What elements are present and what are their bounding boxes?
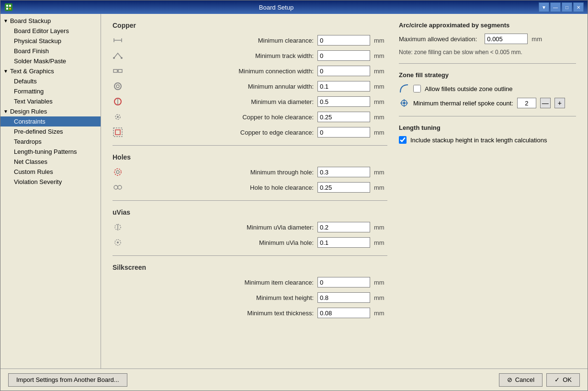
min-track-input[interactable]: [317, 50, 370, 61]
field-row-min-track: Minimum track width: mm: [113, 50, 387, 61]
svg-point-23: [114, 185, 118, 189]
sidebar-item-label: Defaults: [14, 78, 37, 85]
thermal-spoke-label: Minimum thermal relief spoke count:: [413, 100, 513, 107]
right-panel: Arc/circle approximated by segments Maxi…: [399, 22, 576, 323]
footer-right-buttons: ⊘ Cancel ✓ OK: [499, 373, 580, 387]
include-stackup-checkbox[interactable]: [399, 136, 407, 144]
min-via-input[interactable]: [317, 96, 370, 107]
max-deviation-row: Maximum allowed deviation: mm: [399, 34, 576, 44]
sidebar-item-board-finish[interactable]: Board Finish: [0, 46, 101, 56]
sidebar-item-custom-rules[interactable]: Custom Rules: [0, 167, 101, 177]
silkscreen-section-title: Silkscreen: [113, 264, 387, 271]
import-settings-button[interactable]: Import Settings from Another Board...: [8, 373, 127, 387]
sidebar-item-text-graphics[interactable]: ▼ Text & Graphics: [0, 66, 101, 76]
silk-text-height-input[interactable]: [317, 292, 370, 303]
sidebar-item-design-rules[interactable]: ▼ Design Rules: [0, 106, 101, 116]
sidebar-item-length-tuning-patterns[interactable]: Length-tuning Patterns: [0, 147, 101, 157]
min-uvia-hole-input[interactable]: [317, 237, 370, 248]
silk-text-height-unit: mm: [374, 294, 387, 301]
hole-hole-input[interactable]: [317, 182, 370, 193]
annular-icon: [113, 81, 123, 92]
sidebar-item-label: Board Stackup: [10, 17, 51, 24]
chevron-icon: ▼: [3, 109, 8, 114]
copper-hole-label: Copper to hole clearance:: [127, 114, 314, 121]
sidebar-item-label: Text & Graphics: [10, 68, 54, 75]
sidebar-item-solder-mask-paste[interactable]: Solder Mask/Paste: [0, 56, 101, 66]
track-icon: [113, 50, 123, 61]
thermal-spoke-plus[interactable]: +: [554, 98, 565, 108]
allow-fillets-checkbox[interactable]: [413, 85, 421, 92]
min-conn-input[interactable]: [317, 66, 370, 76]
close-button[interactable]: ✕: [573, 2, 584, 12]
sidebar-item-physical-stackup[interactable]: Physical Stackup: [0, 36, 101, 46]
sidebar-item-net-classes[interactable]: Net Classes: [0, 157, 101, 167]
titlebar-controls: ▼ — □ ✕: [539, 2, 584, 12]
sidebar-item-label: Pre-defined Sizes: [14, 128, 63, 135]
hole-hole-unit: mm: [374, 184, 387, 191]
silk-text-height-label: Minimum text height:: [128, 294, 314, 301]
sidebar-item-board-editor-layers[interactable]: Board Editor Layers: [0, 26, 101, 36]
thermal-spoke-minus[interactable]: —: [540, 98, 551, 108]
allow-fillets-row: Allow fillets outside zone outline: [399, 83, 576, 94]
sidebar-item-label: Design Rules: [10, 108, 47, 115]
svg-point-4: [9, 8, 11, 10]
via-icon: [113, 96, 123, 107]
min-through-hole-input[interactable]: [317, 167, 370, 177]
min-uvia-dia-label: Minimum uVia diameter:: [127, 224, 314, 231]
copper-edge-input[interactable]: [317, 127, 370, 138]
min-conn-label: Minimum connection width:: [127, 68, 314, 75]
include-stackup-row: Include stackup height in track length c…: [399, 136, 576, 144]
thermal-spoke-row: Minimum thermal relief spoke count: — +: [399, 98, 576, 108]
thermal-spoke-input[interactable]: [517, 98, 536, 108]
include-stackup-label: Include stackup height in track length c…: [410, 137, 547, 144]
svg-rect-3: [6, 8, 8, 10]
sidebar: ▼ Board Stackup Board Editor Layers Phys…: [0, 14, 101, 368]
field-row-min-uvia-hole: Minimum uVia hole: mm: [113, 237, 387, 248]
min-uvia-dia-unit: mm: [374, 224, 387, 231]
content-area: Copper Minimum clearance: mm: [101, 14, 588, 368]
silk-text-thickness-input[interactable]: [317, 308, 370, 318]
copper-hole-unit: mm: [374, 114, 387, 121]
field-row-min-uvia-dia: Minimum uVia diameter: mm: [113, 222, 387, 232]
max-deviation-input[interactable]: [485, 34, 528, 44]
min-clearance-label: Minimum clearance:: [127, 37, 314, 44]
min-clearance-input[interactable]: [317, 35, 370, 46]
copper-hole-input[interactable]: [317, 112, 370, 122]
sidebar-item-formatting[interactable]: Formatting: [0, 86, 101, 96]
uvia-dia-icon: [113, 222, 123, 232]
copper-hole-icon: [113, 112, 123, 122]
sidebar-item-label: Board Editor Layers: [14, 27, 69, 34]
sidebar-item-violation-severity[interactable]: Violation Severity: [0, 177, 101, 187]
sidebar-item-pre-defined-sizes[interactable]: Pre-defined Sizes: [0, 126, 101, 137]
left-column: Copper Minimum clearance: mm: [113, 22, 387, 323]
field-row-hole-hole: Hole to hole clearance: mm: [113, 182, 387, 193]
app-icon: [4, 2, 14, 12]
sidebar-item-board-stackup[interactable]: ▼ Board Stackup: [0, 16, 101, 26]
cancel-label: Cancel: [515, 376, 534, 383]
hole-hole-label: Hole to hole clearance:: [127, 184, 314, 191]
minimize-button[interactable]: ▼: [539, 2, 549, 12]
min-uvia-dia-input[interactable]: [317, 222, 370, 232]
svg-point-14: [116, 85, 119, 88]
maximize-button[interactable]: —: [550, 2, 561, 12]
sidebar-item-constraints[interactable]: Constraints: [0, 116, 101, 126]
restore-button[interactable]: □: [562, 2, 572, 12]
svg-rect-1: [6, 5, 8, 7]
length-tuning-section: Length tuning Include stackup height in …: [399, 124, 576, 144]
copper-edge-unit: mm: [374, 129, 387, 136]
sidebar-item-text-variables[interactable]: Text Variables: [0, 96, 101, 106]
silk-clearance-unit: mm: [374, 279, 387, 286]
arc-section: Arc/circle approximated by segments Maxi…: [399, 22, 576, 56]
ok-button[interactable]: ✓ OK: [546, 373, 580, 387]
sidebar-item-teardrops[interactable]: Teardrops: [0, 137, 101, 147]
min-through-hole-label: Minimum through hole:: [127, 169, 314, 176]
silk-clearance-input[interactable]: [317, 277, 370, 288]
uvias-section-title: uVias: [113, 208, 387, 216]
cancel-button[interactable]: ⊘ Cancel: [499, 373, 543, 387]
uvias-divider: [113, 255, 387, 256]
min-via-unit: mm: [374, 98, 387, 105]
silk-text-thickness-unit: mm: [374, 310, 387, 317]
sidebar-item-label: Formatting: [14, 88, 44, 95]
min-annular-input[interactable]: [317, 81, 370, 92]
sidebar-item-defaults[interactable]: Defaults: [0, 76, 101, 86]
